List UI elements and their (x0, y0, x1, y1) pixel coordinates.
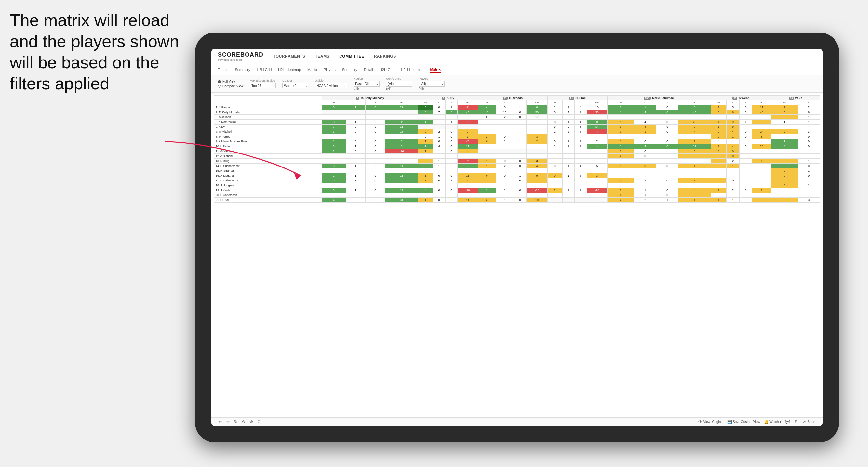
compact-view-label: Compact View (222, 84, 243, 88)
comment-icon: 💬 (785, 419, 789, 424)
sub-nav-h2h-heatmap2[interactable]: H2H Heatmap (401, 67, 424, 72)
col-header-6: 6 A. Dy (418, 96, 478, 100)
subh-60-l: L (798, 100, 820, 105)
subh-38-w: W (711, 100, 726, 105)
top-nav: SCOREBOARD Powered by clippd TOURNAMENTS… (211, 49, 823, 64)
player-name: 3. S Jelinek (214, 115, 322, 120)
table-row: 3. S Jelinek 02017 01 (214, 115, 820, 120)
sub-nav-summary[interactable]: Summary (235, 67, 250, 72)
sub-nav: Teams Summary H2H Grid H2H Heatmap Matri… (211, 64, 823, 75)
subh-6-dif: Dif (458, 100, 478, 105)
eye-icon: 👁 (698, 419, 703, 424)
table-row: 6. A Dy 70011 00014 1400 10 (214, 125, 820, 129)
subh-23-w: W (607, 100, 634, 105)
subh-60-w: W (771, 100, 798, 105)
sub-nav-h2h-heatmap[interactable]: H2H Heatmap (278, 67, 301, 72)
subh-21-w: W (547, 100, 562, 105)
subh-21-l: L (562, 100, 575, 105)
table-row: 2. M Kelly Mulcahy 07040 1010050 04035 1… (214, 110, 820, 115)
zoom-in-icon: ⊕ (249, 419, 254, 424)
sub-nav-players[interactable]: Players (323, 67, 336, 72)
tablet-screen: SCOREBOARD Powered by clippd TOURNAMENTS… (211, 49, 823, 426)
max-players-label: Max players in view (250, 79, 276, 82)
division-label: Division (315, 79, 347, 82)
gender-filter: Gender Women's Men's (282, 79, 308, 89)
subh-21-dif: Dif (587, 100, 607, 105)
player-name: 2. M Kelly Mulcahy (214, 110, 322, 115)
watch-icon: 🔔 (764, 419, 769, 424)
clock-button[interactable]: ⏱ (257, 419, 261, 424)
sub-nav-h2h-grid2[interactable]: H2H Grid (379, 67, 395, 72)
subh-6-t: T (445, 100, 458, 105)
toolbar-left: ↩ ↪ ↻ ⊖ ⊕ ⏱ (218, 419, 261, 424)
conference-label: Conference (386, 77, 412, 80)
gender-select[interactable]: Women's Men's (282, 83, 308, 89)
subh-38-l: L (726, 100, 740, 105)
undo-button[interactable]: ↩ (218, 419, 222, 424)
watch-button[interactable]: 🔔 Watch ▾ (764, 419, 781, 424)
bottom-toolbar: ↩ ↪ ↻ ⊖ ⊕ ⏱ 👁 (211, 417, 823, 426)
zoom-out-button[interactable]: ⊖ (241, 419, 246, 424)
compact-view-option[interactable]: Compact View (218, 84, 243, 88)
division-select-wrapper[interactable]: NCAA Division II NCAA Division I NCAA Di… (315, 83, 347, 89)
subh-38-dif: Dif (752, 100, 771, 105)
sub-nav-h2h-grid[interactable]: H2H Grid (257, 67, 272, 72)
subh-6-w: W (418, 100, 433, 105)
subh-21-t: T (575, 100, 587, 105)
comment-button[interactable]: 💬 (785, 419, 789, 424)
conference-select[interactable]: (All) (386, 81, 412, 87)
save-icon: 💾 (727, 419, 732, 424)
subh-2-l: L (346, 100, 366, 105)
redo-button[interactable]: ↪ (226, 419, 230, 424)
nav-tournaments[interactable]: TOURNAMENTS (273, 53, 305, 61)
players-label: Players (418, 77, 444, 80)
redo-icon: ↪ (226, 419, 230, 424)
table-row: 1. J Garcia 31027 301-11 4010 11110 0106… (214, 105, 820, 110)
sub-nav-teams[interactable]: Teams (218, 67, 228, 72)
col-header-38: 38 A Webb (711, 96, 771, 100)
nav-rankings[interactable]: RANKINGS (374, 53, 396, 61)
table-row: 7. O Mitchell 30018 2202 120-4 0104 0402… (214, 129, 820, 134)
nav-items: TOURNAMENTS TEAMS COMMITTEE RANKINGS (273, 53, 396, 61)
gender-label: Gender (282, 79, 308, 82)
row-header-name (214, 96, 322, 100)
full-view-label: Full View (222, 80, 236, 83)
division-select[interactable]: NCAA Division II NCAA Division I NCAA Di… (315, 83, 347, 89)
sub-nav-summary2[interactable]: Summary (342, 67, 358, 72)
players-select-wrapper[interactable]: (All) (418, 81, 444, 87)
region-select-wrapper[interactable]: East - DII West - DII Central - DII (353, 81, 379, 87)
sub-nav-matrix2[interactable]: Matrix (430, 66, 440, 73)
max-players-select[interactable]: Top 25 Top 50 All (250, 83, 276, 89)
share-icon: ↗ (802, 419, 807, 424)
conference-select-wrapper[interactable]: (All) (386, 81, 412, 87)
players-select[interactable]: (All) (418, 81, 444, 87)
sub-nav-matrix[interactable]: Matrix (307, 67, 317, 72)
zoom-out-icon: ⊖ (241, 419, 246, 424)
zoom-in-button[interactable]: ⊕ (249, 419, 254, 424)
toolbar-right: 👁 View: Original 💾 Save Custom View 🔔 Wa… (698, 419, 816, 424)
watch-label: Watch (770, 420, 779, 424)
save-custom-label: Save Custom View (733, 420, 760, 424)
view-options: Full View Compact View (218, 80, 243, 88)
refresh-button[interactable]: ↻ (234, 419, 238, 424)
table-row: 5. A Nomrowski 310-11 11-1 0100 14025 19… (214, 120, 820, 125)
player-name: 5. A Nomrowski (214, 120, 322, 125)
full-view-option[interactable]: Full View (218, 80, 243, 83)
share-button[interactable]: ↗ Share (802, 419, 816, 424)
annotation-arrow (114, 136, 341, 201)
nav-committee[interactable]: COMMITTEE (339, 53, 364, 61)
view-original-button[interactable]: 👁 View: Original (698, 419, 723, 424)
grid-icon: ⊞ (794, 419, 798, 424)
gender-select-wrapper[interactable]: Women's Men's (282, 83, 308, 89)
subh-23-l: L (634, 100, 656, 105)
view-original-label: View: Original (704, 420, 723, 424)
max-players-select-wrapper[interactable]: Top 25 Top 50 All (250, 83, 276, 89)
grid-button[interactable]: ⊞ (794, 419, 798, 424)
subh-6-l: L (433, 100, 445, 105)
region-select[interactable]: East - DII West - DII Central - DII (353, 81, 379, 87)
sub-nav-detail[interactable]: Detail (364, 67, 373, 72)
logo-sub: Powered by clippd (218, 58, 264, 61)
nav-teams[interactable]: TEAMS (315, 53, 330, 61)
subh-11-w: W (478, 100, 496, 105)
save-custom-button[interactable]: 💾 Save Custom View (727, 419, 760, 424)
